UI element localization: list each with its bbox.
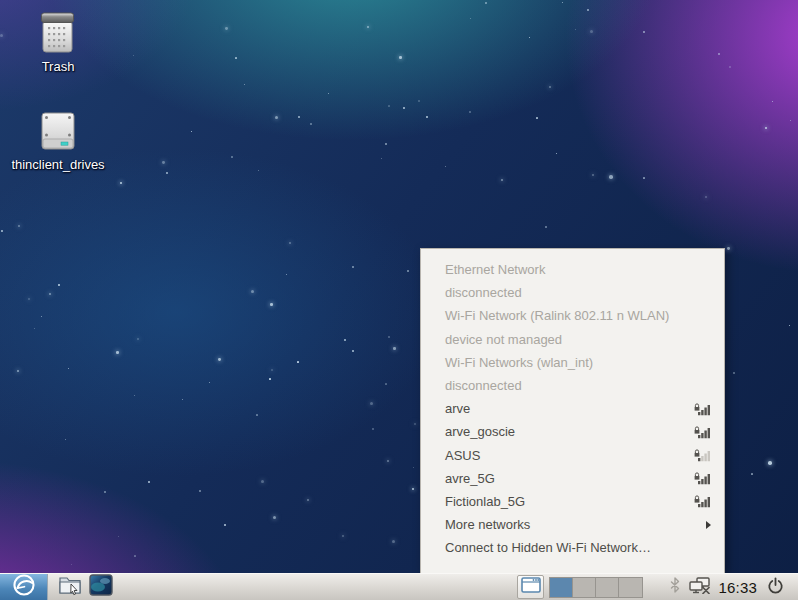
power-button[interactable] bbox=[767, 577, 784, 598]
network-menu-item-label: disconnected bbox=[445, 378, 522, 393]
network-menu-item[interactable]: Connect to Hidden Wi-Fi Network… bbox=[421, 536, 724, 559]
workspace-4[interactable] bbox=[619, 578, 642, 597]
window-taskbar-button[interactable] bbox=[517, 575, 544, 599]
network-menu-item-label: avre_5G bbox=[445, 471, 495, 486]
network-menu-item: Wi-Fi Networks (wlan_int) bbox=[421, 351, 724, 374]
start-menu-button[interactable] bbox=[0, 574, 48, 600]
window-icon bbox=[521, 577, 541, 597]
network-menu-item-label: device not managed bbox=[445, 332, 562, 347]
wifi-signal-strong-icon bbox=[694, 402, 711, 415]
network-menu-item-label: disconnected bbox=[445, 285, 522, 300]
network-menu-item: Wi-Fi Network (Ralink 802.11 n WLAN) bbox=[421, 304, 724, 327]
network-menu-item: Ethernet Network bbox=[421, 258, 724, 281]
network-menu-item[interactable]: ASUS bbox=[421, 444, 724, 467]
wifi-signal-strong-icon bbox=[694, 425, 711, 438]
network-menu-item-label: arve_goscie bbox=[445, 424, 515, 439]
network-menu-item: disconnected bbox=[421, 374, 724, 397]
network-menu-item[interactable]: avre_5G bbox=[421, 467, 724, 490]
wifi-signal-strong-icon bbox=[694, 495, 711, 508]
screen-image-icon bbox=[89, 574, 113, 600]
network-menu-item-label: Fictionlab_5G bbox=[445, 494, 525, 509]
bluetooth-tray-button[interactable] bbox=[670, 577, 680, 597]
workspace-2[interactable] bbox=[573, 578, 596, 597]
desktop-icon-label: thinclient_drives bbox=[8, 157, 108, 172]
network-menu-item[interactable]: arve bbox=[421, 397, 724, 420]
taskbar: 16:33 bbox=[0, 573, 798, 600]
network-menu-item[interactable]: Fictionlab_5G bbox=[421, 490, 724, 513]
desktop-icon-label: Trash bbox=[8, 59, 108, 74]
workspace-pager bbox=[549, 577, 643, 598]
network-manager-menu: Ethernet NetworkdisconnectedWi-Fi Networ… bbox=[420, 248, 725, 573]
network-menu-item: device not managed bbox=[421, 328, 724, 351]
desktop-preview-launcher[interactable] bbox=[88, 574, 114, 600]
trash-icon bbox=[35, 10, 81, 56]
network-menu-item-label: Wi-Fi Network (Ralink 802.11 n WLAN) bbox=[445, 308, 669, 323]
lubuntu-logo-icon bbox=[11, 572, 37, 600]
network-tray-button[interactable] bbox=[689, 577, 711, 598]
submenu-arrow-icon bbox=[706, 521, 711, 529]
network-menu-item-label: arve bbox=[445, 401, 470, 416]
network-menu-item: disconnected bbox=[421, 281, 724, 304]
network-menu-item-label: ASUS bbox=[445, 448, 480, 463]
network-menu-item-label: More networks bbox=[445, 517, 530, 532]
wifi-signal-weak-icon bbox=[694, 449, 711, 462]
desktop: Trash thinclient_drives Ethernet Netw bbox=[0, 0, 798, 600]
drive-icon bbox=[35, 108, 81, 154]
network-menu-item-label: Wi-Fi Networks (wlan_int) bbox=[445, 355, 593, 370]
power-icon bbox=[767, 577, 784, 598]
desktop-icon-thinclient-drives[interactable]: thinclient_drives bbox=[6, 108, 110, 172]
wifi-signal-strong-icon bbox=[694, 472, 711, 485]
desktop-icon-trash[interactable]: Trash bbox=[6, 10, 110, 74]
network-menu-item[interactable]: arve_goscie bbox=[421, 420, 724, 443]
workspace-1[interactable] bbox=[550, 578, 573, 597]
file-manager-launcher[interactable] bbox=[57, 574, 83, 600]
folder-icon bbox=[58, 574, 82, 600]
bluetooth-icon bbox=[670, 577, 680, 597]
network-offline-icon bbox=[689, 577, 711, 598]
network-menu-item-label: Ethernet Network bbox=[445, 262, 545, 277]
clock[interactable]: 16:33 bbox=[718, 579, 757, 596]
network-menu-item-label: Connect to Hidden Wi-Fi Network… bbox=[445, 540, 651, 555]
workspace-3[interactable] bbox=[596, 578, 619, 597]
network-menu-item[interactable]: More networks bbox=[421, 513, 724, 536]
